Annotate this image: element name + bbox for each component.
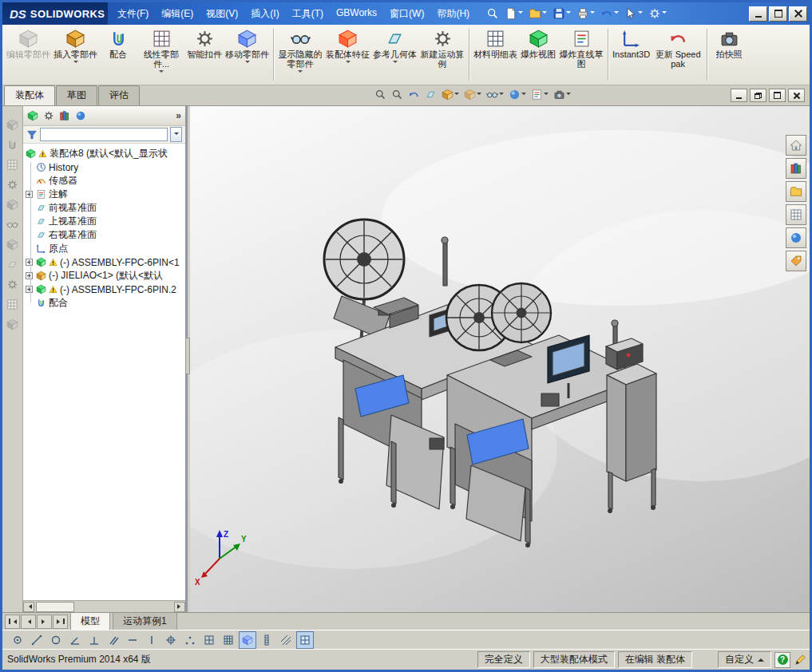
propertymanager-icon[interactable] xyxy=(43,110,54,121)
options-button[interactable] xyxy=(648,6,667,21)
ribbon-button-update-speedpak[interactable]: 更新 Speedpak xyxy=(652,26,704,83)
scrollbar-thumb[interactable] xyxy=(36,602,74,612)
next-tab-button[interactable] xyxy=(37,615,52,629)
snap-circle-button[interactable] xyxy=(47,631,65,649)
smart-fasteners-icon[interactable] xyxy=(6,179,18,191)
view-orientation-button[interactable] xyxy=(441,88,460,101)
mate-icon[interactable] xyxy=(6,139,18,151)
new-motion-study-icon[interactable] xyxy=(6,279,18,291)
featuremanager-tree-icon[interactable] xyxy=(27,110,38,121)
ribbon-button-mate[interactable]: 配合 xyxy=(99,26,137,83)
tab-model[interactable]: 模型 xyxy=(70,613,110,630)
filter-dropdown-button[interactable] xyxy=(170,127,182,142)
section-view-button[interactable] xyxy=(424,88,438,101)
expand-toggle[interactable] xyxy=(26,272,33,279)
reference-geometry-icon[interactable] xyxy=(6,259,18,271)
menu-tools[interactable]: 工具(T) xyxy=(286,5,330,23)
menu-insert[interactable]: 插入(I) xyxy=(244,5,285,23)
snap-center-button[interactable] xyxy=(162,631,180,649)
doc-restore-button[interactable] xyxy=(750,89,766,102)
snap-grid-toggle-button[interactable] xyxy=(296,631,314,649)
snap-nearest-button[interactable] xyxy=(181,631,199,649)
tree-item-right-plane[interactable]: 右视基准面 xyxy=(23,228,185,242)
tab-evaluate[interactable]: 评估 xyxy=(98,85,140,105)
snap-grid-dense-button[interactable] xyxy=(220,631,237,649)
search-button[interactable] xyxy=(485,6,500,21)
last-tab-button[interactable] xyxy=(53,615,68,629)
tree-item-sensors[interactable]: 传感器 xyxy=(23,174,185,188)
solidworks-resources-button[interactable] xyxy=(786,135,806,156)
doc-maximize-button[interactable] xyxy=(769,89,786,102)
view-palette-button[interactable] xyxy=(786,204,806,225)
tab-motion-study-1[interactable]: 运动算例1 xyxy=(113,613,177,630)
ribbon-button-reference-geometry[interactable]: 参考几何体 xyxy=(371,26,418,83)
ribbon-button-bill-of-materials[interactable]: 材料明细表 xyxy=(472,26,519,83)
file-explorer-button[interactable] xyxy=(786,181,806,202)
ribbon-button-show-hidden-components[interactable]: 显示隐藏的零部件 xyxy=(276,26,324,83)
ribbon-button-linear-component-pattern[interactable]: 线性零部件... xyxy=(137,26,185,83)
show-hidden-components-icon[interactable] xyxy=(6,219,18,231)
apply-scene-button[interactable] xyxy=(530,88,549,101)
close-button[interactable] xyxy=(789,6,807,22)
ribbon-button-insert-component[interactable]: 插入零部件 xyxy=(52,26,99,83)
menu-edit[interactable]: 编辑(E) xyxy=(155,5,200,23)
ribbon-button-assembly-features[interactable]: 装配体特征 xyxy=(324,26,371,83)
tree-item-origin[interactable]: 原点 xyxy=(23,242,185,255)
configurationmanager-icon[interactable] xyxy=(59,110,70,121)
graphics-viewport[interactable]: Z Y X xyxy=(190,106,810,612)
expand-toggle[interactable] xyxy=(26,286,33,293)
save-button[interactable] xyxy=(552,6,572,21)
move-component-icon[interactable] xyxy=(6,199,18,211)
tab-sketch[interactable]: 草图 xyxy=(56,85,97,105)
print-button[interactable] xyxy=(576,6,596,21)
snap-grid-button[interactable] xyxy=(200,631,218,649)
doc-minimize-button[interactable] xyxy=(731,89,747,102)
ribbon-button-exploded-view[interactable]: 爆炸视图 xyxy=(519,26,557,83)
assembly-features-icon[interactable] xyxy=(6,239,18,251)
previous-tab-button[interactable] xyxy=(21,615,36,629)
snap-vertical-button[interactable] xyxy=(143,631,160,649)
expand-toggle[interactable] xyxy=(26,259,33,266)
previous-view-button[interactable] xyxy=(407,88,421,101)
ribbon-button-smart-fasteners[interactable]: 智能扣件 xyxy=(185,26,224,83)
new-document-button[interactable] xyxy=(504,6,524,21)
view-settings-button[interactable] xyxy=(553,88,572,101)
units-custom-selector[interactable]: 自定义 xyxy=(718,651,771,668)
maximize-button[interactable] xyxy=(769,6,787,22)
scroll-left-button[interactable] xyxy=(23,602,34,612)
ribbon-button-move-component[interactable]: 移动零部件 xyxy=(224,26,271,83)
expand-toggle[interactable] xyxy=(26,191,33,198)
minimize-button[interactable] xyxy=(749,6,767,22)
menu-help[interactable]: 帮助(H) xyxy=(430,5,476,23)
snap-hatch-button[interactable] xyxy=(277,631,295,649)
ribbon-button-explode-line-sketch[interactable]: 爆炸直线草图 xyxy=(557,26,605,83)
snap-angle-button[interactable] xyxy=(66,631,84,649)
tree-item-assembly-fpc-6pin-1[interactable]: (-) ASSEMBLY-FPC-6PIN<1 xyxy=(23,255,185,269)
scroll-right-button[interactable] xyxy=(174,602,185,612)
linear-component-pattern-icon[interactable] xyxy=(6,159,18,171)
displaymanager-icon[interactable] xyxy=(75,110,86,121)
tree-item-mates[interactable]: 配合 xyxy=(23,296,185,310)
bill-of-materials-icon[interactable] xyxy=(6,298,18,310)
menu-view[interactable]: 视图(V) xyxy=(200,5,244,23)
ribbon-button-new-motion-study[interactable]: 新建运动算例 xyxy=(418,26,466,83)
snap-length-button[interactable] xyxy=(258,631,275,649)
menu-file[interactable]: 文件(F) xyxy=(111,5,155,23)
exploded-view-icon[interactable] xyxy=(6,318,18,330)
tree-item-history[interactable]: History xyxy=(23,160,185,174)
tree-item-annotations[interactable]: 注解 xyxy=(23,188,185,201)
menu-gbworks[interactable]: GBWorks xyxy=(330,5,383,23)
open-document-button[interactable] xyxy=(528,6,548,21)
zoom-area-button[interactable] xyxy=(390,88,404,101)
custom-properties-button[interactable] xyxy=(786,251,806,271)
tree-item-assembly8[interactable]: 装配体8 (默认<默认_显示状 xyxy=(23,147,185,160)
snap-line-button[interactable] xyxy=(28,631,46,649)
tree-horizontal-scrollbar[interactable] xyxy=(23,600,185,612)
snap-point-button[interactable] xyxy=(9,631,26,649)
hide-show-items-button[interactable] xyxy=(485,88,505,101)
ribbon-button-edit-component[interactable]: 编辑零部件 xyxy=(5,26,52,83)
insert-components-icon[interactable] xyxy=(6,119,18,131)
first-tab-button[interactable] xyxy=(5,615,20,629)
appearances-scenes-button[interactable] xyxy=(786,227,806,248)
tab-assembly[interactable]: 装配体 xyxy=(4,85,55,105)
